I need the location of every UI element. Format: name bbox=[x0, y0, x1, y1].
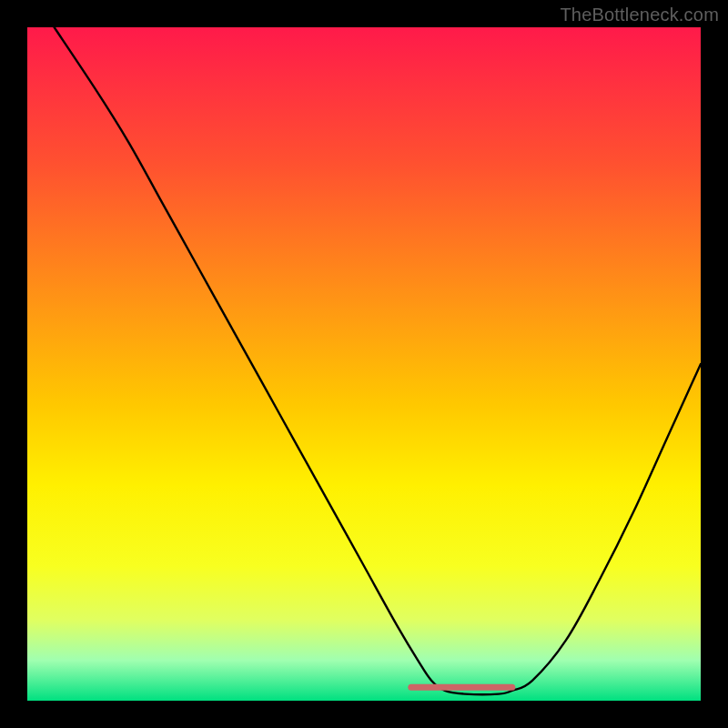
curve-group bbox=[55, 27, 701, 694]
watermark-text: TheBottleneck.com bbox=[560, 5, 719, 25]
chart-frame: TheBottleneck.com bbox=[0, 0, 728, 728]
bottleneck-curve bbox=[55, 27, 701, 694]
chart-svg-overlay bbox=[0, 0, 728, 728]
